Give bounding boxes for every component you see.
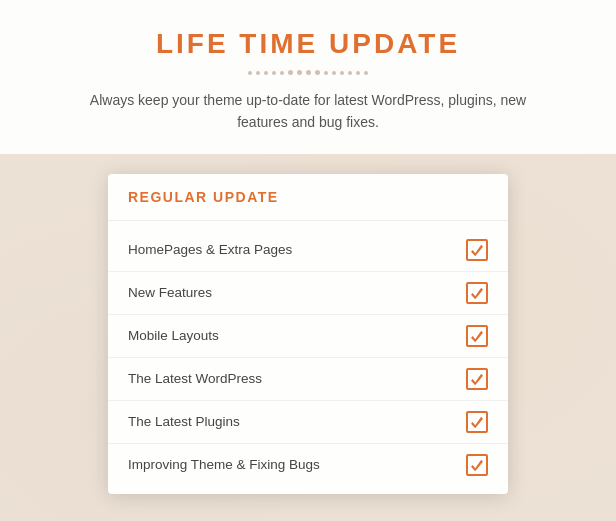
feature-label: The Latest WordPress bbox=[128, 371, 262, 386]
checkbox-icon bbox=[466, 454, 488, 476]
feature-label: HomePages & Extra Pages bbox=[128, 242, 292, 257]
regular-update-card: REGULAR UPDATE HomePages & Extra Pages N… bbox=[108, 174, 508, 494]
dot-4 bbox=[272, 71, 276, 75]
dot-13 bbox=[348, 71, 352, 75]
feature-label: Mobile Layouts bbox=[128, 328, 219, 343]
dot-8 bbox=[306, 70, 311, 75]
feature-label: Improving Theme & Fixing Bugs bbox=[128, 457, 320, 472]
feature-label: New Features bbox=[128, 285, 212, 300]
checkbox-icon bbox=[466, 411, 488, 433]
dot-14 bbox=[356, 71, 360, 75]
checkbox-icon bbox=[466, 239, 488, 261]
dot-5 bbox=[280, 71, 284, 75]
bg-content: REGULAR UPDATE HomePages & Extra Pages N… bbox=[0, 154, 616, 521]
feature-row: The Latest Plugins bbox=[108, 401, 508, 444]
dot-10 bbox=[324, 71, 328, 75]
dot-11 bbox=[332, 71, 336, 75]
dot-9 bbox=[315, 70, 320, 75]
top-section: LIFE TIME UPDATE Always keep your theme … bbox=[0, 0, 616, 154]
checkbox-icon bbox=[466, 368, 488, 390]
dots-divider bbox=[248, 70, 368, 75]
dot-2 bbox=[256, 71, 260, 75]
checkbox-icon bbox=[466, 282, 488, 304]
feature-row: Mobile Layouts bbox=[108, 315, 508, 358]
dot-1 bbox=[248, 71, 252, 75]
card-header-title: REGULAR UPDATE bbox=[128, 189, 279, 205]
dot-15 bbox=[364, 71, 368, 75]
subtitle-text: Always keep your theme up-to-date for la… bbox=[68, 89, 548, 134]
feature-row: New Features bbox=[108, 272, 508, 315]
checkbox-icon bbox=[466, 325, 488, 347]
page-title: LIFE TIME UPDATE bbox=[156, 28, 460, 60]
dot-12 bbox=[340, 71, 344, 75]
dot-3 bbox=[264, 71, 268, 75]
feature-label: The Latest Plugins bbox=[128, 414, 240, 429]
card-header: REGULAR UPDATE bbox=[108, 174, 508, 221]
feature-row: HomePages & Extra Pages bbox=[108, 229, 508, 272]
feature-row: Improving Theme & Fixing Bugs bbox=[108, 444, 508, 486]
feature-row: The Latest WordPress bbox=[108, 358, 508, 401]
dot-6 bbox=[288, 70, 293, 75]
card-body: HomePages & Extra Pages New Features Mob… bbox=[108, 221, 508, 494]
dot-7 bbox=[297, 70, 302, 75]
